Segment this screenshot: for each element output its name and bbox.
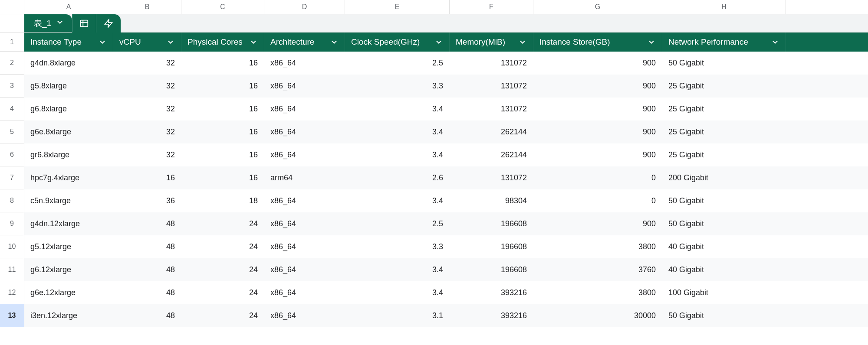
cell[interactable]: 16 — [181, 75, 264, 98]
cell[interactable]: i3en.12xlarge — [24, 304, 113, 327]
header-instance-type[interactable]: Instance Type — [24, 33, 113, 52]
row-number[interactable]: 9 — [0, 212, 24, 235]
cell[interactable]: 32 — [113, 120, 181, 143]
column-header-E[interactable]: E — [345, 0, 450, 14]
header-architecture[interactable]: Architecture — [264, 33, 345, 52]
cell[interactable]: x86_64 — [264, 235, 345, 258]
cell[interactable]: x86_64 — [264, 143, 345, 166]
cell[interactable]: x86_64 — [264, 281, 345, 304]
cell[interactable]: 48 — [113, 281, 181, 304]
cell[interactable]: 25 Gigabit — [662, 120, 786, 143]
cell[interactable]: 50 Gigabit — [662, 189, 786, 212]
cell[interactable]: 3760 — [533, 258, 662, 281]
cell[interactable]: 2.6 — [345, 166, 450, 189]
header-physical-cores[interactable]: Physical Cores — [181, 33, 264, 52]
cell[interactable]: x86_64 — [264, 258, 345, 281]
cell[interactable]: 25 Gigabit — [662, 143, 786, 166]
cell[interactable]: 900 — [533, 75, 662, 98]
chevron-down-icon[interactable] — [771, 38, 779, 46]
column-header-G[interactable]: G — [533, 0, 662, 14]
cell[interactable]: 900 — [533, 143, 662, 166]
cell[interactable]: 24 — [181, 235, 264, 258]
row-number[interactable]: 7 — [0, 166, 24, 189]
cell[interactable]: 16 — [181, 120, 264, 143]
header-instance-store[interactable]: Instance Store(GB) — [533, 33, 662, 52]
cell[interactable]: hpc7g.4xlarge — [24, 166, 113, 189]
cell[interactable]: 3.3 — [345, 75, 450, 98]
cell[interactable]: 3.1 — [345, 304, 450, 327]
cell[interactable]: g5.8xlarge — [24, 75, 113, 98]
cell[interactable]: x86_64 — [264, 304, 345, 327]
cell[interactable]: 16 — [181, 98, 264, 120]
column-header-D[interactable]: D — [264, 0, 345, 14]
chevron-down-icon[interactable] — [647, 38, 656, 46]
cell[interactable]: 24 — [181, 212, 264, 235]
cell[interactable]: 48 — [113, 212, 181, 235]
chevron-down-icon[interactable] — [56, 18, 64, 29]
cell[interactable]: g6e.8xlarge — [24, 120, 113, 143]
cell[interactable]: 393216 — [450, 281, 533, 304]
column-header-B[interactable]: B — [113, 0, 181, 14]
column-header-A[interactable]: A — [24, 0, 113, 14]
cell[interactable]: x86_64 — [264, 212, 345, 235]
quick-action-button[interactable] — [96, 14, 121, 33]
cell[interactable]: 131072 — [450, 52, 533, 75]
cell[interactable]: 200 Gigabit — [662, 166, 786, 189]
chevron-down-icon[interactable] — [249, 38, 258, 46]
cell[interactable]: arm64 — [264, 166, 345, 189]
cell[interactable]: 16 — [181, 52, 264, 75]
cell[interactable]: 16 — [113, 166, 181, 189]
chevron-down-icon[interactable] — [518, 38, 527, 46]
cell[interactable]: 3.3 — [345, 235, 450, 258]
cell[interactable]: 3.4 — [345, 143, 450, 166]
cell[interactable]: g4dn.8xlarge — [24, 52, 113, 75]
cell[interactable]: g6.12xlarge — [24, 258, 113, 281]
cell[interactable]: 196608 — [450, 235, 533, 258]
table-view-button[interactable] — [72, 14, 96, 33]
cell[interactable]: 3.4 — [345, 120, 450, 143]
cell[interactable]: 50 Gigabit — [662, 304, 786, 327]
cell[interactable]: 24 — [181, 281, 264, 304]
cell[interactable]: 393216 — [450, 304, 533, 327]
row-number[interactable]: 3 — [0, 75, 24, 98]
cell[interactable]: 40 Gigabit — [662, 258, 786, 281]
row-number[interactable]: 10 — [0, 235, 24, 258]
sheet-tab[interactable]: 表_1 — [24, 14, 72, 32]
row-number[interactable]: 4 — [0, 98, 24, 120]
header-clock-speed[interactable]: Clock Speed(GHz) — [345, 33, 450, 52]
cell[interactable]: 16 — [181, 166, 264, 189]
row-number[interactable]: 13 — [0, 304, 24, 327]
chevron-down-icon[interactable] — [98, 38, 107, 46]
header-memory[interactable]: Memory(MiB) — [450, 33, 533, 52]
cell[interactable]: 48 — [113, 258, 181, 281]
cell[interactable]: 3.4 — [345, 98, 450, 120]
cell[interactable]: 262144 — [450, 120, 533, 143]
column-header-H[interactable]: H — [662, 0, 786, 14]
cell[interactable]: x86_64 — [264, 189, 345, 212]
cell[interactable]: 100 Gigabit — [662, 281, 786, 304]
cell[interactable]: 196608 — [450, 212, 533, 235]
header-network-performance[interactable]: Network Performance — [662, 33, 786, 52]
cell[interactable]: 50 Gigabit — [662, 212, 786, 235]
row-number[interactable]: 12 — [0, 281, 24, 304]
cell[interactable]: 900 — [533, 98, 662, 120]
cell[interactable]: 25 Gigabit — [662, 98, 786, 120]
cell[interactable]: 16 — [181, 143, 264, 166]
row-number[interactable]: 5 — [0, 120, 24, 143]
cell[interactable]: g6e.12xlarge — [24, 281, 113, 304]
cell[interactable]: g5.12xlarge — [24, 235, 113, 258]
chevron-down-icon[interactable] — [166, 38, 175, 46]
cell[interactable]: 196608 — [450, 258, 533, 281]
cell[interactable]: 3.4 — [345, 258, 450, 281]
cell[interactable]: 32 — [113, 98, 181, 120]
cell[interactable]: x86_64 — [264, 120, 345, 143]
cell[interactable]: 900 — [533, 120, 662, 143]
cell[interactable]: 98304 — [450, 189, 533, 212]
cell[interactable]: 30000 — [533, 304, 662, 327]
corner-cell[interactable] — [0, 0, 24, 14]
cell[interactable]: 3.4 — [345, 281, 450, 304]
column-header-F[interactable]: F — [450, 0, 533, 14]
cell[interactable]: 25 Gigabit — [662, 75, 786, 98]
cell[interactable]: 24 — [181, 304, 264, 327]
row-number[interactable]: 11 — [0, 258, 24, 281]
